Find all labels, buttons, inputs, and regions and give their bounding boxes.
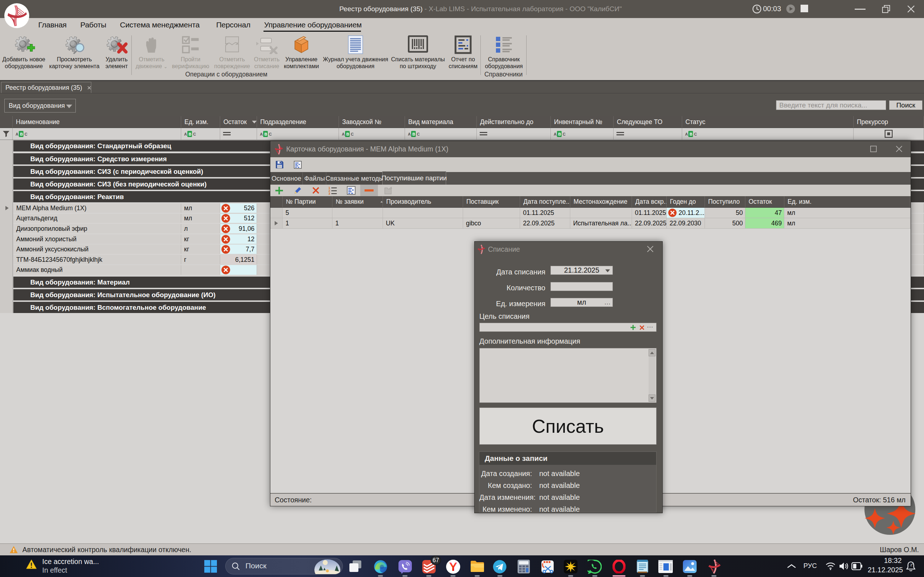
svg-text:B: B	[189, 132, 192, 136]
svg-text:C: C	[24, 132, 27, 136]
svg-text:A: A	[184, 132, 187, 136]
svg-text:A: A	[16, 132, 18, 136]
svg-text:A: A	[260, 132, 263, 136]
svg-text:A: A	[685, 132, 688, 136]
svg-text:3: 3	[328, 192, 330, 195]
svg-text:C: C	[417, 132, 420, 136]
svg-text:A: A	[554, 132, 557, 136]
svg-text:B: B	[347, 132, 349, 136]
svg-text:C: C	[193, 132, 196, 136]
svg-text:Y: Y	[449, 560, 457, 574]
svg-text:C: C	[563, 132, 565, 136]
svg-text:C: C	[694, 132, 697, 136]
svg-text:B: B	[265, 132, 267, 136]
svg-text:A: A	[342, 132, 345, 136]
svg-text:B: B	[558, 132, 561, 136]
svg-text:z: z	[912, 562, 914, 565]
svg-text:B: B	[20, 132, 23, 136]
svg-text:B: B	[690, 132, 693, 136]
svg-text:C: C	[269, 132, 272, 136]
svg-text:A: A	[408, 132, 411, 136]
svg-text:C: C	[351, 132, 354, 136]
svg-text:B: B	[412, 132, 415, 136]
